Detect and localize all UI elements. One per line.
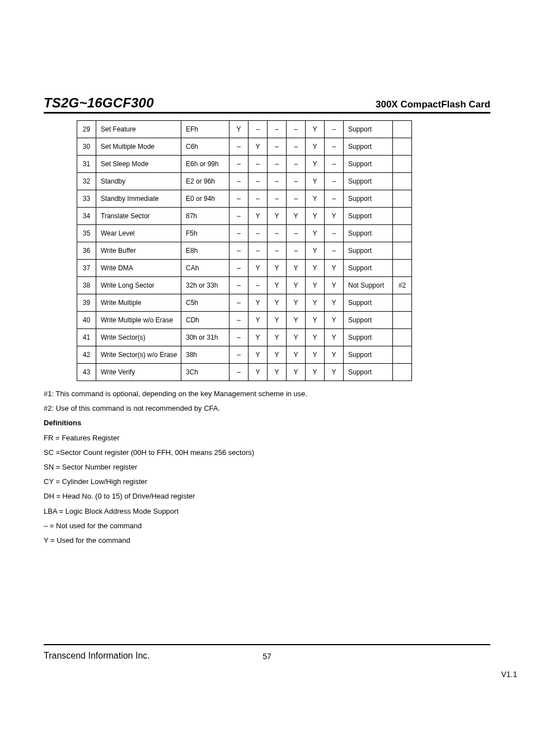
notes-section: #1: This command is optional, depending … [44,389,490,546]
command-table: 29Set FeatureEFhY–––Y–Support30Set Multi… [77,120,412,381]
note-2: #2: Use of this command is not recommend… [44,403,490,414]
cell-code: C5h [181,294,229,312]
cell-dh: Y [306,260,325,277]
cell-support: Support [344,329,393,346]
cell-dh: Y [306,225,325,242]
cell-code: CAh [181,260,229,277]
footer-rule [44,644,490,645]
table-row: 43Write Verify3Ch–YYYYYSupport [77,364,412,381]
cell-dh: Y [306,346,325,364]
cell-dh: Y [306,294,325,312]
cell-cy: Y [287,364,306,381]
definition-line: LBA = Logic Block Address Mode Support [44,506,490,516]
footer-version: V1.1 [501,670,517,679]
table-row: 31Set Sleep ModeE6h or 99h––––Y–Support [77,156,412,173]
cell-code: C6h [181,138,229,156]
definition-line: DH = Head No. (0 to 15) of Drive/Head re… [44,491,490,501]
cell-fr: – [229,173,249,190]
table-row: 40Write Multiple w/o EraseCDh–YYYYYSuppo… [77,312,412,329]
cell-cy: – [287,225,306,242]
cell-dh: Y [306,329,325,346]
cell-sc: – [249,121,268,138]
cell-sc: – [249,225,268,242]
cell-fr: – [229,138,249,156]
cell-sc: – [249,156,268,173]
cell-lba: Y [325,312,344,329]
cell-note [393,208,412,225]
cell-fr: – [229,277,249,294]
cell-note [393,156,412,173]
cell-fr: – [229,364,249,381]
cell-sn: – [268,121,287,138]
cell-cy: Y [287,208,306,225]
cell-num: 34 [77,208,96,225]
cell-name: Set Sleep Mode [96,156,181,173]
cell-name: Translate Sector [96,208,181,225]
cell-support: Support [344,364,393,381]
cell-num: 33 [77,190,96,208]
cell-note [393,364,412,381]
cell-note [393,329,412,346]
cell-sc: Y [249,138,268,156]
cell-name: Write Sector(s) [96,329,181,346]
cell-cy: – [287,121,306,138]
cell-num: 29 [77,121,96,138]
cell-lba: Y [325,346,344,364]
cell-support: Not Support [344,277,393,294]
cell-note [393,173,412,190]
cell-code: E2 or 96h [181,173,229,190]
cell-name: Set Feature [96,121,181,138]
cell-dh: Y [306,364,325,381]
cell-support: Support [344,260,393,277]
cell-support: Support [344,294,393,312]
cell-fr: Y [229,121,249,138]
cell-name: Write DMA [96,260,181,277]
cell-sn: Y [268,260,287,277]
cell-num: 38 [77,277,96,294]
cell-sc: – [249,173,268,190]
cell-lba: – [325,156,344,173]
cell-code: 30h or 31h [181,329,229,346]
definitions-list: FR = Features RegisterSC =Sector Count r… [44,433,490,546]
cell-code: E8h [181,242,229,260]
cell-num: 36 [77,242,96,260]
definition-line: CY = Cylinder Low/High register [44,477,490,487]
cell-name: Write Verify [96,364,181,381]
cell-note [393,225,412,242]
cell-dh: Y [306,156,325,173]
cell-note [393,242,412,260]
cell-support: Support [344,208,393,225]
cell-lba: Y [325,364,344,381]
cell-sc: Y [249,294,268,312]
cell-dh: Y [306,173,325,190]
cell-sn: – [268,138,287,156]
cell-fr: – [229,208,249,225]
cell-lba: – [325,242,344,260]
cell-code: EFh [181,121,229,138]
product-name: 300X CompactFlash Card [376,99,490,110]
cell-cy: – [287,156,306,173]
table-row: 35Wear LevelF5h––––Y–Support [77,225,412,242]
cell-note [393,190,412,208]
cell-name: Standby Immediate [96,190,181,208]
cell-cy: Y [287,346,306,364]
cell-support: Support [344,346,393,364]
cell-code: CDh [181,312,229,329]
note-1: #1: This command is optional, depending … [44,389,490,399]
table-row: 29Set FeatureEFhY–––Y–Support [77,121,412,138]
cell-support: Support [344,190,393,208]
cell-sc: Y [249,346,268,364]
cell-note [393,312,412,329]
cell-fr: – [229,156,249,173]
command-table-body: 29Set FeatureEFhY–––Y–Support30Set Multi… [77,121,412,381]
cell-note [393,121,412,138]
cell-lba: Y [325,329,344,346]
cell-dh: Y [306,277,325,294]
table-row: 30Set Multiple ModeC6h–Y––Y–Support [77,138,412,156]
model-number: TS2G~16GCF300 [44,95,154,111]
cell-sn: Y [268,312,287,329]
cell-code: 38h [181,346,229,364]
cell-name: Write Multiple w/o Erase [96,312,181,329]
cell-sc: Y [249,364,268,381]
cell-cy: – [287,190,306,208]
